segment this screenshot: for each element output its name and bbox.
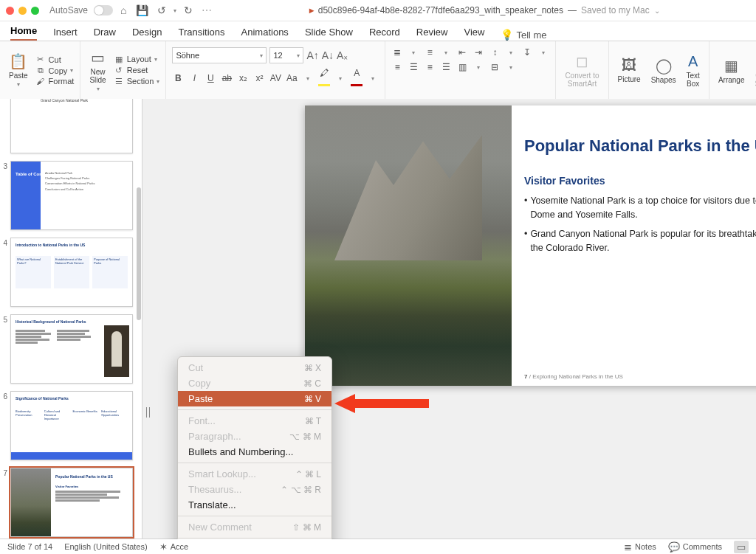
subscript-button[interactable]: x₂ <box>237 73 249 83</box>
char-spacing-button[interactable]: AV <box>269 73 281 83</box>
tab-view[interactable]: View <box>464 27 484 41</box>
text-direction-icon[interactable]: ↧ <box>521 47 533 58</box>
undo-dropdown[interactable]: ▾ <box>173 7 176 14</box>
redo-icon[interactable]: ↻ <box>182 4 194 16</box>
home-icon[interactable]: ⌂ <box>119 4 128 16</box>
convert-smartart-button[interactable]: ◻︎ Convert to SmartArt <box>562 51 602 89</box>
clear-format-icon[interactable]: Aₓ <box>337 49 348 61</box>
undo-icon[interactable]: ↺ <box>156 4 168 16</box>
format-painter-button[interactable]: 🖌Format <box>35 77 75 86</box>
shapes-label: Shapes <box>651 76 676 84</box>
columns-chevron-icon[interactable]: ▾ <box>472 64 484 71</box>
tab-slideshow[interactable]: Slide Show <box>305 27 353 41</box>
tab-insert[interactable]: Insert <box>53 27 78 41</box>
ctx-translate[interactable]: Translate... <box>178 497 331 513</box>
section-button[interactable]: ☰Section▾ <box>114 77 160 86</box>
paste-button[interactable]: 📋 Paste ▾ <box>6 51 31 89</box>
change-case-button[interactable]: Aa <box>286 73 298 83</box>
layout-button[interactable]: ▦Layout▾ <box>114 55 160 64</box>
ctx-shortcut: ⌘ V <box>304 394 321 404</box>
thumbnail-6[interactable]: 6 Significance of National Parks Biodive… <box>0 391 136 460</box>
thumbnail-3[interactable]: 3 Table of Contents Acadia National Park… <box>0 161 136 230</box>
align-text-icon[interactable]: ⊟ <box>489 62 501 72</box>
direction-chevron-icon[interactable]: ▾ <box>537 49 549 56</box>
font-name-select[interactable]: Söhne▾ <box>172 47 267 63</box>
thumbnail-4[interactable]: 4 Introduction to National Parks in the … <box>0 238 136 307</box>
ctx-bullets[interactable]: Bullets and Numbering... <box>178 444 331 460</box>
qat-more-icon[interactable]: ⋯ <box>200 4 213 16</box>
autosave-toggle[interactable] <box>94 5 113 15</box>
textbox-button[interactable]: AText Box <box>684 52 703 89</box>
numbering-chevron-icon[interactable]: ▾ <box>440 49 452 56</box>
highlight-chevron-icon[interactable]: ▾ <box>334 75 346 82</box>
bullets-chevron-icon[interactable]: ▾ <box>408 49 419 56</box>
layout-chevron-icon[interactable]: ▾ <box>154 56 157 63</box>
line-spacing-icon[interactable]: ↕ <box>489 47 501 58</box>
status-accessibility[interactable]: ✶Acce <box>159 541 188 553</box>
thumbnail-5[interactable]: 5 Historical Background of National Park… <box>0 314 136 384</box>
reset-button[interactable]: ↺Reset <box>114 66 160 75</box>
strike-button[interactable]: ab <box>221 73 233 83</box>
paste-chevron-icon[interactable]: ▾ <box>17 81 20 88</box>
slide-canvas[interactable]: Popular National Parks in the US Visitor… <box>305 105 756 386</box>
copy-button[interactable]: ⧉Copy▾ <box>35 66 75 75</box>
justify-icon[interactable]: ☰ <box>440 62 452 72</box>
thumb-col: Economic Benefits <box>73 409 100 420</box>
shapes-button[interactable]: ◯Shapes <box>648 55 679 86</box>
tab-design[interactable]: Design <box>132 27 162 41</box>
font-size-select[interactable]: 12▾ <box>269 47 303 63</box>
numbering-button[interactable]: ≡ <box>424 47 436 58</box>
align-text-chevron-icon[interactable]: ▾ <box>505 64 517 71</box>
thumbnail-7[interactable]: 7 Popular National Parks in the US Visit… <box>0 468 136 537</box>
close-window[interactable] <box>6 7 14 15</box>
quick-styles-button[interactable]: ✴︎Quick Styles <box>752 51 756 89</box>
font-color-button[interactable]: A <box>351 68 362 89</box>
tab-record[interactable]: Record <box>369 27 400 41</box>
minimize-window[interactable] <box>18 7 27 15</box>
ctx-paste[interactable]: Paste⌘ V <box>178 391 331 406</box>
spacing-chevron-icon[interactable]: ▾ <box>505 49 517 56</box>
tab-animations[interactable]: Animations <box>241 27 289 41</box>
status-notes[interactable]: ≣Notes <box>624 541 656 553</box>
status-language[interactable]: English (United States) <box>64 542 148 551</box>
increase-indent-icon[interactable]: ⇥ <box>472 47 484 58</box>
view-normal-icon[interactable]: ▭ <box>734 541 749 553</box>
decrease-font-icon[interactable]: A↓ <box>322 49 334 61</box>
section-chevron-icon[interactable]: ▾ <box>157 78 159 85</box>
picture-button[interactable]: 🖼Picture <box>615 55 644 85</box>
bullets-button[interactable]: ≣ <box>391 47 403 58</box>
superscript-button[interactable]: x² <box>253 73 265 83</box>
case-chevron-icon[interactable]: ▾ <box>302 75 314 82</box>
align-center-icon[interactable]: ☰ <box>408 62 419 72</box>
new-slide-chevron-icon[interactable]: ▾ <box>97 86 100 92</box>
align-left-icon[interactable]: ≡ <box>391 62 403 72</box>
decrease-indent-icon[interactable]: ⇤ <box>456 47 468 58</box>
underline-button[interactable]: U <box>205 73 216 83</box>
align-right-icon[interactable]: ≡ <box>424 62 436 72</box>
status-comments[interactable]: 💬Comments <box>668 541 722 553</box>
notes-cursor[interactable] <box>146 407 150 418</box>
thumbnail-scrollbar[interactable] <box>137 99 141 539</box>
document-title[interactable]: ▸ d50c89e6-94af-4b8e-8282-77fdfe6aa293_w… <box>219 5 750 15</box>
status-slide-count[interactable]: Slide 7 of 14 <box>7 542 52 551</box>
font-color-chevron-icon[interactable]: ▾ <box>367 75 379 82</box>
columns-icon[interactable]: ▥ <box>456 62 468 72</box>
increase-font-icon[interactable]: A↑ <box>306 49 318 61</box>
save-icon[interactable]: 💾 <box>134 4 150 16</box>
cut-button[interactable]: ✂︎Cut <box>35 55 75 64</box>
copy-chevron-icon[interactable]: ▾ <box>70 67 73 74</box>
tab-draw[interactable]: Draw <box>94 27 116 41</box>
tab-home[interactable]: Home <box>10 25 37 41</box>
bold-button[interactable]: B <box>172 73 184 83</box>
new-slide-button[interactable]: ▭ New Slide ▾ <box>86 47 109 94</box>
italic-button[interactable]: I <box>188 73 200 83</box>
arrange-button[interactable]: ▦Arrange <box>715 55 748 86</box>
tab-transitions[interactable]: Transitions <box>178 27 224 41</box>
title-chevron-icon[interactable]: ⌄ <box>654 7 660 15</box>
tell-me[interactable]: 💡 Tell me <box>501 29 546 41</box>
zoom-window[interactable] <box>31 7 39 15</box>
highlight-button[interactable]: 🖍 <box>318 68 330 89</box>
thumbnail-2[interactable]: Yosemite National Park Grand Canyon Nati… <box>0 99 136 153</box>
tab-review[interactable]: Review <box>416 27 448 41</box>
slide-text-frame[interactable]: Popular National Parks in the US Visitor… <box>524 136 756 260</box>
